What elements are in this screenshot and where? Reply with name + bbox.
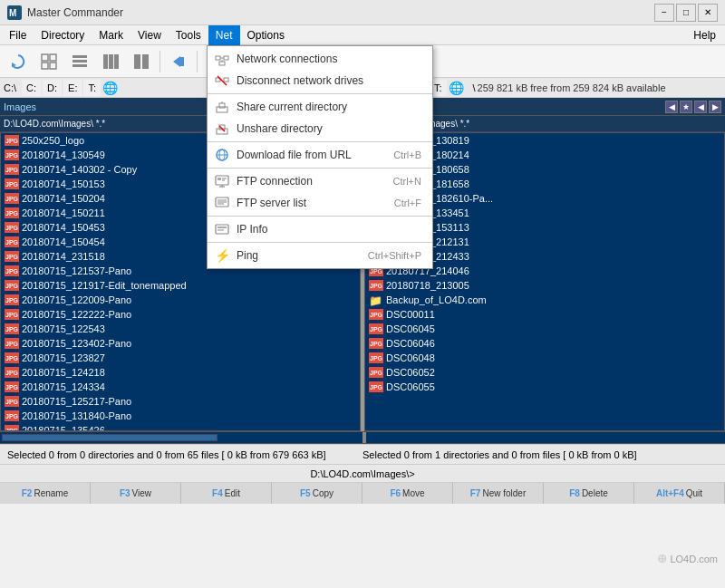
menu-directory[interactable]: Directory	[34, 25, 92, 45]
list-item[interactable]: JPG 20180715_125217-Pano	[1, 394, 360, 409]
minimize-button[interactable]: −	[654, 4, 674, 22]
list-item[interactable]: JPG DSC06045	[365, 322, 724, 336]
svg-rect-11	[109, 54, 113, 69]
svg-rect-32	[216, 56, 220, 60]
list-item[interactable]: JPG 20180715_124218	[1, 365, 360, 380]
list-item[interactable]: JPG 20180715_123402-Pano	[1, 336, 360, 351]
drive-c-left[interactable]: C:	[22, 80, 41, 96]
list-item[interactable]: JPG 20180715_121917-Edit_tonemapped	[1, 278, 360, 293]
list-item[interactable]: JPG 20180715_122009-Pano	[1, 293, 360, 307]
svg-rect-16	[180, 57, 184, 66]
maximize-button[interactable]: □	[676, 4, 696, 22]
net-menu-unshare[interactable]: Unshare directory	[208, 118, 432, 140]
svg-rect-14	[142, 54, 149, 69]
toolbar-view2[interactable]	[65, 48, 94, 75]
net-menu-network-connections[interactable]: Network connections	[208, 48, 432, 70]
window-controls: − □ ✕	[654, 4, 718, 22]
panel-ctrl-4[interactable]: ▶	[709, 101, 721, 113]
list-item[interactable]: JPG 20180715_122543	[1, 322, 360, 336]
svg-rect-4	[50, 54, 56, 61]
statusbar: Selected 0 from 0 directories and 0 from…	[0, 444, 725, 464]
menu-tools[interactable]: Tools	[169, 25, 208, 45]
ftp-serverlist-icon	[215, 196, 229, 210]
list-item[interactable]: JPG DSC06048	[365, 351, 724, 365]
list-item[interactable]: JPG 20180715_131840-Pano	[1, 409, 360, 423]
right-status: Selected 0 from 1 directories and 0 from…	[362, 449, 718, 460]
network-connections-icon	[215, 52, 229, 66]
right-scroll[interactable]	[366, 432, 725, 443]
unshare-icon	[215, 121, 229, 136]
menu-options[interactable]: Options	[240, 25, 292, 45]
drive-d-left[interactable]: D:	[43, 80, 62, 96]
f7-newfolder[interactable]: F7 New folder	[453, 483, 544, 504]
svg-rect-8	[72, 60, 87, 63]
list-item[interactable]: JPG DSC06055	[365, 380, 724, 394]
svg-rect-9	[72, 64, 87, 67]
left-scroll[interactable]	[0, 432, 362, 443]
menu-net[interactable]: Net	[208, 25, 240, 45]
list-item[interactable]: JPG 20180715_122222-Pano	[1, 307, 360, 322]
right-free-info: \	[473, 82, 476, 93]
menu-help[interactable]: Help	[686, 25, 723, 45]
net-sep2	[208, 141, 432, 142]
panel-ctrl-3[interactable]: ◀	[694, 101, 707, 113]
drive-t-left[interactable]: T:	[83, 80, 101, 96]
list-item[interactable]: JPG 20180715_123827	[1, 351, 360, 365]
f2-rename[interactable]: F2 Rename	[0, 483, 91, 504]
menu-file[interactable]: File	[2, 25, 34, 45]
list-item[interactable]: JPG 20180718_213005	[365, 278, 724, 293]
f8-delete[interactable]: F8 Delete	[544, 483, 634, 504]
ip-info-icon	[215, 222, 229, 236]
net-menu-ip-info[interactable]: IP Info	[208, 218, 432, 240]
watermark-icon: ⊕	[657, 552, 667, 565]
svg-rect-33	[224, 56, 228, 60]
f4-edit[interactable]: F4 Edit	[181, 483, 272, 504]
net-dropdown-menu: Network connections Disconnect network d…	[207, 45, 433, 269]
toolbar-refresh[interactable]	[4, 48, 33, 75]
toolbar-back[interactable]	[164, 48, 193, 75]
toolbar-sep2	[197, 51, 198, 72]
net-menu-disconnect-drives[interactable]: Disconnect network drives	[208, 70, 432, 92]
funckeys: F2 Rename F3 View F4 Edit F5 Copy F6 Mov…	[0, 482, 725, 504]
menu-mark[interactable]: Mark	[92, 25, 130, 45]
toolbar-view4[interactable]	[127, 48, 156, 75]
panel-ctrl-1[interactable]: ◀	[665, 101, 678, 113]
altf4-quit[interactable]: Alt+F4 Quit	[634, 483, 725, 504]
toolbar-view1[interactable]	[34, 48, 63, 75]
net-menu-ping[interactable]: ⚡ Ping Ctrl+Shift+P	[208, 245, 432, 266]
svg-rect-51	[218, 178, 221, 180]
menu-view[interactable]: View	[130, 25, 169, 45]
f6-move[interactable]: F6 Move	[362, 483, 453, 504]
svg-marker-15	[173, 56, 180, 67]
list-item[interactable]: JPG DSC06052	[365, 365, 724, 380]
right-panel-controls: ◀ ★ ◀ ▶	[665, 101, 721, 113]
svg-rect-12	[114, 54, 119, 69]
globe-right[interactable]: 🌐	[449, 81, 464, 95]
drive-e-left[interactable]: E:	[63, 80, 82, 96]
net-menu-download-url[interactable]: Download file from URL Ctrl+B	[208, 144, 432, 166]
net-menu-ftp-connection[interactable]: FTP connection Ctrl+N	[208, 170, 432, 192]
list-item[interactable]: 📁 Backup_of_LO4D.com	[365, 293, 724, 307]
left-panel-title: Images	[4, 101, 36, 112]
toolbar-view3[interactable]	[96, 48, 125, 75]
panel-ctrl-2[interactable]: ★	[680, 101, 692, 113]
watermark: ⊕ LO4D.com	[657, 552, 718, 565]
svg-rect-38	[224, 78, 228, 82]
svg-rect-6	[50, 63, 56, 69]
left-current-drive: C:\	[4, 82, 16, 93]
list-item[interactable]: JPG DSC00011	[365, 307, 724, 322]
f5-copy[interactable]: F5 Copy	[272, 483, 362, 504]
list-item[interactable]: JPG 20180715_135426	[1, 423, 360, 430]
svg-rect-10	[103, 54, 108, 69]
toolbar-sep1	[160, 51, 160, 72]
net-menu-share-current[interactable]: Share current directory	[208, 96, 432, 118]
left-scrollbar[interactable]	[2, 434, 218, 441]
list-item[interactable]: JPG 20180715_124334	[1, 380, 360, 394]
svg-rect-3	[42, 54, 48, 61]
svg-rect-7	[72, 55, 87, 58]
f3-view[interactable]: F3 View	[91, 483, 181, 504]
globe-left[interactable]: 🌐	[102, 81, 118, 95]
net-menu-ftp-serverlist[interactable]: FTP server list Ctrl+F	[208, 192, 432, 214]
close-button[interactable]: ✕	[698, 4, 718, 22]
list-item[interactable]: JPG DSC06046	[365, 336, 724, 351]
